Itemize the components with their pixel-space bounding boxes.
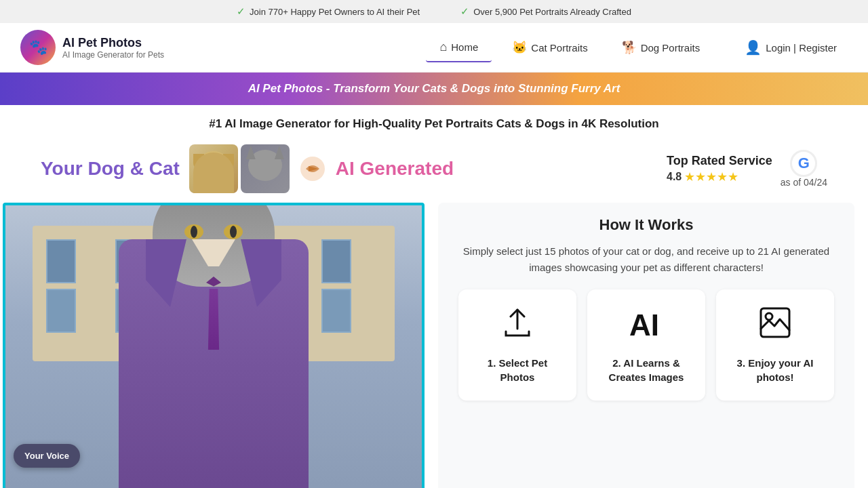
rating-as-of: as of 04/24 [781, 177, 827, 188]
upload-icon [500, 306, 534, 346]
banner-text: AI Pet Photos - Transform Your Cats & Do… [248, 82, 620, 95]
logo-text: AI Pet Photos AI Image Generator for Pet… [62, 36, 164, 60]
check-icon-1: ✓ [237, 5, 245, 18]
step-3-card: 3. Enjoy your AI photos! [716, 289, 834, 401]
tie-knot [206, 277, 221, 289]
pet-photos [189, 144, 290, 193]
nav-label-cat: Cat Portraits [531, 42, 587, 54]
ai-icon: AI [626, 306, 667, 346]
page-subtitle: #1 AI Image Generator for High-Quality P… [0, 105, 868, 138]
svg-rect-3 [761, 308, 789, 337]
user-icon: 👤 [745, 39, 762, 56]
logo-subtitle: AI Image Generator for Pets [62, 50, 164, 60]
voice-button-label: Your Voice [24, 451, 69, 461]
cat-eye-right [224, 224, 243, 239]
cat-character: — · — [85, 212, 342, 488]
logo-name: AI Pet Photos [62, 36, 164, 50]
navbar: 🐾 AI Pet Photos AI Image Generator for P… [0, 23, 868, 73]
rating-score: 4.8 [667, 171, 682, 183]
nav-label-dog: Dog Portraits [641, 42, 701, 54]
main-content: — · — How It Works Simply select just 15… [0, 203, 868, 488]
step-1-card: 1. Select Pet Photos [458, 289, 576, 401]
rating-stars: 4.8 ★★★★★ [667, 169, 772, 184]
google-g-letter: G [798, 155, 810, 172]
hero-section: Your Dog & Cat [0, 138, 868, 203]
your-pet-label: Your Dog & Cat [41, 158, 180, 180]
home-icon: ⌂ [439, 40, 447, 54]
login-label: Login | Register [766, 42, 837, 54]
rating-area: Top Rated Service 4.8 ★★★★★ [667, 154, 772, 184]
logo[interactable]: 🐾 AI Pet Photos AI Image Generator for P… [20, 30, 164, 65]
dog-body-shape [193, 152, 234, 193]
rating-title: Top Rated Service [667, 154, 772, 168]
top-bar: ✓ Join 770+ Happy Pet Owners to AI their… [0, 0, 868, 23]
cat-suit-body: — · — [119, 239, 309, 488]
hero-left: Your Dog & Cat [41, 144, 646, 193]
cat-icon: 🐱 [512, 40, 527, 55]
check-icon-2: ✓ [460, 5, 469, 18]
top-bar-item-2: ✓ Over 5,900 Pet Portraits Already Craft… [460, 5, 631, 18]
how-it-works-title: How It Works [458, 216, 834, 234]
cat-tie [206, 277, 221, 350]
hero-right: Top Rated Service 4.8 ★★★★★ G as of 04/2… [667, 150, 827, 188]
dog-photo [189, 144, 238, 193]
cat-photo [241, 144, 290, 193]
nav-links: ⌂ Home 🐱 Cat Portraits 🐕 Dog Portraits 👤… [426, 33, 848, 62]
nav-link-home[interactable]: ⌂ Home [426, 33, 492, 62]
svg-text:AI: AI [629, 308, 659, 340]
stars-display: ★★★★★ [684, 169, 738, 184]
window-1 [46, 239, 76, 283]
step-2-card: AI 2. AI Learns & Creates Images [587, 289, 705, 401]
how-it-works-description: Simply select just 15 photos of your cat… [458, 243, 834, 276]
nav-label-home: Home [451, 41, 478, 53]
window-6 [46, 289, 76, 333]
step-3-label: 3. Enjoy your AI photos! [730, 356, 821, 384]
tie-body [208, 289, 220, 350]
image-frame-icon [758, 306, 792, 346]
cat-eyes [184, 224, 243, 239]
google-logo: G [790, 150, 817, 177]
logo-icon: 🐾 [20, 30, 56, 65]
nav-link-cat-portraits[interactable]: 🐱 Cat Portraits [498, 33, 601, 62]
nav-login-button[interactable]: 👤 Login | Register [734, 33, 848, 62]
step-2-label: 2. AI Learns & Creates Images [601, 356, 692, 384]
svg-point-4 [766, 313, 772, 320]
google-rating: G as of 04/24 [781, 150, 827, 188]
cat-ear-right-small [275, 146, 284, 159]
promo-banner: AI Pet Photos - Transform Your Cats & Do… [0, 73, 868, 105]
top-bar-text-2: Over 5,900 Pet Portraits Already Crafted [473, 7, 631, 17]
top-bar-item-1: ✓ Join 770+ Happy Pet Owners to AI their… [237, 5, 420, 18]
ai-generated-label: AI Generated [336, 158, 454, 180]
arrow-right-icon [299, 155, 326, 182]
voice-button[interactable]: Your Voice [14, 444, 80, 468]
step-1-label: 1. Select Pet Photos [472, 356, 563, 384]
top-bar-text-1: Join 770+ Happy Pet Owners to AI their P… [250, 7, 420, 17]
nav-link-dog-portraits[interactable]: 🐕 Dog Portraits [608, 33, 714, 62]
cat-eye-left [184, 224, 203, 239]
steps-container: 1. Select Pet Photos AI 2. AI Learns & C… [458, 289, 834, 401]
dog-icon: 🐕 [622, 40, 637, 55]
how-it-works-panel: How It Works Simply select just 15 photo… [438, 203, 854, 488]
